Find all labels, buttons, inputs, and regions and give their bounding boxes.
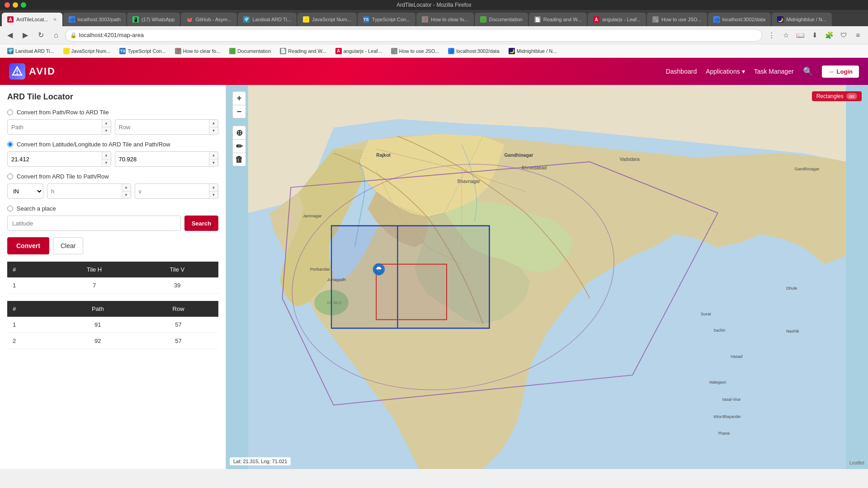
radio-label-section3[interactable]: Convert from ARD Tile to Path/Row [7,173,218,180]
bookmark-label-tsconv: TypeScript Con... [127,48,165,54]
search-place-input[interactable] [7,216,181,231]
bookmark-readwrite[interactable]: 📄 Reading and W... [276,47,330,55]
tab-landsat[interactable]: 🌍 Landsat ARD Ti... [238,13,297,26]
nav-task-manager[interactable]: Task Manager [754,68,794,75]
v-input[interactable] [139,188,215,195]
h-spinner-up[interactable]: ▲ [122,184,131,192]
toggle-on-indicator: on [846,93,857,99]
reader-button[interactable]: 📖 [794,29,807,42]
traffic-light-red[interactable] [5,2,10,8]
bookmark-label-howjs: How to use JSO... [399,48,439,54]
menu-button[interactable]: ≡ [852,29,864,42]
back-button[interactable]: ◀ [4,29,16,42]
tab-midnight[interactable]: 🌙 Midnightblue / N... [772,13,832,26]
lng-input[interactable] [119,156,215,163]
map-container[interactable]: Gir WLS Rajkot Jamnagar Porbandar Junaga… [226,85,868,469]
svg-point-2 [17,73,18,75]
v-spinner-up[interactable]: ▲ [209,184,218,192]
convert-button[interactable]: Convert [7,237,49,254]
v-spinner-down[interactable]: ▼ [209,192,218,199]
bookmark-howclear[interactable]: ❓ How to clear fo... [171,47,224,55]
svg-text:Mira-Bhayander: Mira-Bhayander [713,414,741,419]
tab-whatsapp[interactable]: 📱 (17) WhatsApp [127,13,180,26]
map-svg: Gir WLS Rajkot Jamnagar Porbandar Junaga… [226,85,868,469]
row-input[interactable] [119,124,215,131]
clear-button[interactable]: Clear [53,237,83,254]
traffic-light-green[interactable] [21,2,26,8]
zoom-in-button[interactable]: + [232,91,246,105]
path-row1-num: 1 [7,317,57,333]
svg-text:Sachin: Sachin [713,328,725,333]
path-input[interactable] [11,124,107,131]
radio-label-section2[interactable]: Convert from Latitude/Longitude to ARD T… [7,141,218,148]
bookmark-landsat[interactable]: 🌍 Landsat ARD Ti... [4,47,58,55]
path-spinner-up[interactable]: ▲ [102,120,111,127]
radio-label-section4[interactable]: Search a place [7,205,218,212]
bookmark-docs[interactable]: 🌿 Documentation [226,47,274,55]
search-button[interactable]: Search [184,216,218,231]
bookmark-jsnum[interactable]: ⚡ JavaScript Num... [60,47,114,55]
lat-input[interactable] [11,156,107,163]
row-spinner-up[interactable]: ▲ [209,120,218,127]
home-button[interactable]: ⌂ [50,29,62,42]
bookmark-button[interactable]: ☆ [779,29,792,42]
tab-favicon-ard: A [7,16,14,23]
radio-section3[interactable] [7,174,13,179]
draw-button[interactable]: ✏ [232,139,246,153]
tab-tsconv[interactable]: TS TypeScript Con... [358,13,415,26]
tab-ard[interactable]: A ArdTileLocat... ✕ [2,13,62,26]
tab-howjs[interactable]: 🔧 How to use JSO... [647,13,707,26]
h-spinner-down[interactable]: ▼ [122,192,131,199]
tab-docs[interactable]: 🌿 Documentation [475,13,528,26]
tab-howclear[interactable]: ❓ How to clear fo... [416,13,474,26]
tab-jsnum[interactable]: ⚡ JavaScript Num... [297,13,357,26]
h-input[interactable] [51,188,127,195]
location-button[interactable]: ⊕ [232,126,246,139]
shield-icon[interactable]: 🛡 [837,29,850,42]
url-bar[interactable]: 🔒 localhost:4201/map-area [65,29,762,42]
tab-local3003[interactable]: 🔵 localhost:3003/path [63,13,126,26]
page-title: ARD Tile Locator [7,92,218,102]
radio-section2[interactable] [7,141,13,147]
lng-spinner-up[interactable]: ▲ [209,152,218,160]
tab-readwrite[interactable]: 📄 Reading and W... [529,13,587,26]
radio-section1[interactable] [7,109,13,115]
tab-angularjs[interactable]: A angularjs - Leaf... [588,13,646,26]
region-select[interactable]: IN US [7,183,43,199]
search-icon[interactable]: 🔍 [803,66,813,76]
bookmark-favicon-midnight: 🌙 [509,48,515,54]
bookmark-favicon-tsconv: TS [119,48,126,54]
nav-dashboard[interactable]: Dashboard [666,68,697,75]
logo-area: AVID [9,63,56,80]
tab-label-midnight: Midnightblue / N... [786,17,826,22]
section3-label: Convert from ARD Tile to Path/Row [17,173,109,180]
radio-section4[interactable] [7,206,13,211]
bookmark-angularjs[interactable]: A angularjs - Leaf... [332,47,386,55]
bookmark-tsconv[interactable]: TS TypeScript Con... [116,47,169,55]
delete-button[interactable]: 🗑 [232,153,246,166]
extensions-icon[interactable]: 🧩 [823,29,835,42]
bookmark-local3002[interactable]: 🔵 localhost:3002/data [444,47,503,55]
lat-spinner-up[interactable]: ▲ [102,152,111,160]
lng-spinner-down[interactable]: ▼ [209,160,218,167]
reload-button[interactable]: ↻ [34,29,47,42]
radio-label-section1[interactable]: Convert from Path/Row to ARD Tile [7,109,218,116]
rectangles-toggle-button[interactable]: Rectangles on [812,91,862,101]
tab-github[interactable]: 🐙 GitHub - Asym... [181,13,237,26]
tab-close-ard[interactable]: ✕ [53,17,57,23]
forward-button[interactable]: ▶ [19,29,32,42]
bookmark-midnight[interactable]: 🌙 Midnightblue / N... [505,47,561,55]
bookmark-howjs[interactable]: 🔧 How to use JSO... [387,47,443,55]
bookmark-favicon-readwrite: 📄 [280,48,286,54]
lat-spinner-down[interactable]: ▼ [102,160,111,167]
extensions-button[interactable]: ⋮ [765,29,778,42]
path-spinner-down[interactable]: ▼ [102,127,111,135]
download-button[interactable]: ⬇ [808,29,821,42]
nav-applications[interactable]: Applications ▾ [706,68,745,75]
zoom-out-button[interactable]: − [232,105,246,118]
login-button[interactable]: → Login [822,66,859,78]
row-spinner-down[interactable]: ▼ [209,127,218,135]
traffic-light-yellow[interactable] [13,2,18,8]
tab-local3002[interactable]: 🔵 localhost:3002/data [708,13,771,26]
tab-favicon-readwrite: 📄 [534,16,541,23]
